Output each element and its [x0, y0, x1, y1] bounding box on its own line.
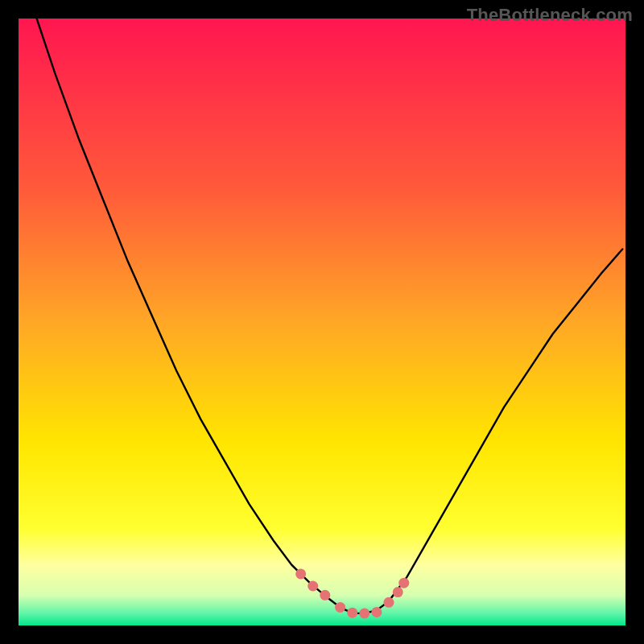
- data-marker: [393, 587, 403, 597]
- data-marker: [347, 608, 357, 618]
- watermark-label: TheBottleneck.com: [467, 5, 633, 26]
- data-marker: [359, 608, 369, 618]
- data-marker: [335, 602, 345, 613]
- gradient-background: [19, 19, 625, 625]
- data-marker: [398, 578, 409, 588]
- bottleneck-curve-plot: [19, 19, 625, 625]
- data-marker: [320, 590, 330, 601]
- data-marker: [295, 568, 306, 579]
- data-marker: [383, 597, 394, 608]
- data-marker: [371, 607, 382, 617]
- chart-frame: TheBottleneck.com: [0, 0, 644, 644]
- data-marker: [308, 580, 318, 591]
